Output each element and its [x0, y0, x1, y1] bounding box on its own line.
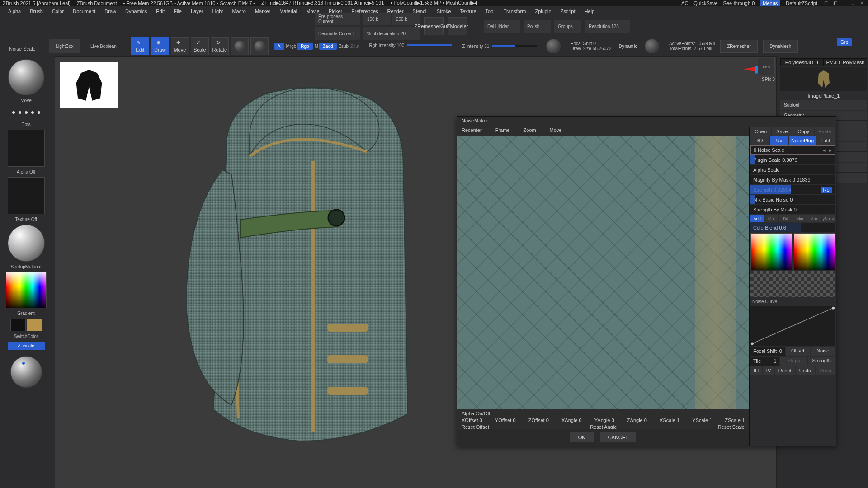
menu-layer[interactable]: Layer	[191, 9, 203, 14]
nm-magnify-slider[interactable]: Magnify By Mask 0.01839	[750, 175, 835, 184]
nm-open[interactable]: Open	[750, 127, 771, 136]
move-mode-button[interactable]: ✥Move	[171, 37, 189, 55]
nm-xscale[interactable]: XScale 1	[660, 418, 679, 423]
rotate-mode-button[interactable]: ↻Rotate	[211, 37, 229, 55]
zremesher-guide-icon[interactable]: ZRemesherGuide	[424, 17, 444, 35]
subtool-tab-1[interactable]: PolyMesh3D_1	[780, 58, 824, 66]
zcut-label[interactable]: Zcut	[350, 44, 359, 49]
nm-fv[interactable]: fV	[763, 366, 774, 375]
nm-blend-dif[interactable]: Dif	[779, 215, 793, 222]
brush-icon[interactable]	[8, 59, 44, 95]
menu-marker[interactable]: Marker	[255, 9, 270, 14]
channel-zadd[interactable]: Zadd	[319, 43, 337, 50]
nm-noise-scale-slider[interactable]: 0 Noise Scale◂─▸	[750, 145, 835, 155]
nm-blend-max[interactable]: Max	[807, 215, 821, 222]
nm-fh[interactable]: fH	[750, 366, 762, 375]
dynamic-toggle[interactable]: Dynamic	[618, 44, 637, 49]
gradient-label[interactable]: Gradient	[17, 311, 34, 316]
decimation-percent[interactable]: % of decimation 20	[363, 27, 420, 40]
nm-strengthmask-slider[interactable]: Strength By Mask 0	[750, 205, 835, 214]
primary-swatch[interactable]	[10, 319, 26, 331]
menu-edit[interactable]: Edit	[156, 9, 165, 14]
subtool-tab-2[interactable]: PM3D_PolyMesh	[824, 58, 867, 66]
tool-thumbnail[interactable]	[780, 67, 867, 91]
minimize-icon[interactable]: −	[841, 0, 847, 6]
maximize-icon[interactable]: □	[850, 0, 856, 6]
close-icon[interactable]: ✕	[859, 0, 865, 6]
polish-button[interactable]: Polish	[524, 20, 551, 33]
channel-rgb[interactable]: Rgb	[297, 43, 312, 50]
alternate-button[interactable]: Alternate	[8, 342, 45, 350]
zmodeler-icon[interactable]: ZModeler	[448, 17, 467, 35]
menu-brush[interactable]: Brush	[30, 9, 43, 14]
nm-strength-btn[interactable]: Strength	[808, 357, 835, 366]
nm-zangle[interactable]: ZAngle 0	[627, 418, 647, 423]
channel-a[interactable]: A	[274, 43, 284, 50]
nm-zoom[interactable]: Zoom	[523, 127, 536, 135]
see-through-slider[interactable]: See-through 0	[723, 0, 755, 6]
nm-paste[interactable]: Paste	[815, 127, 835, 136]
nm-save[interactable]: Save	[772, 127, 792, 136]
nm-blend-add[interactable]: Add	[750, 215, 764, 222]
nm-steps[interactable]: Steps	[780, 357, 807, 366]
menu-material[interactable]: Material	[279, 9, 297, 14]
zsub-label[interactable]: Zsub	[339, 44, 349, 49]
tool-subtool[interactable]: Subtool	[780, 100, 867, 110]
menus-button[interactable]: Menus	[760, 0, 780, 6]
nm-reset[interactable]: Reset	[775, 366, 795, 375]
nm-yscale[interactable]: YScale 1	[692, 418, 712, 423]
nm-color2[interactable]	[794, 233, 835, 270]
nm-move[interactable]: Move	[550, 127, 562, 135]
nm-zoffset[interactable]: ZOffset 0	[528, 418, 549, 423]
nm-blend-mul[interactable]: Mul	[765, 215, 778, 222]
menu-alpha[interactable]: Alpha	[8, 9, 21, 14]
nm-tile[interactable]: Tile 1	[750, 357, 779, 366]
material-thumb[interactable]	[8, 225, 45, 262]
draw-size-label[interactable]: Draw Size 55.26072	[571, 46, 611, 51]
del-hidden-button[interactable]: Del Hidden	[484, 20, 520, 33]
menu-file[interactable]: File	[174, 9, 182, 14]
nm-xoffset[interactable]: XOffset 0	[462, 418, 482, 423]
color-picker[interactable]	[6, 272, 47, 308]
z-intensity-label[interactable]: Z Intensity 51	[462, 44, 489, 49]
nm-rel-toggle[interactable]: Rel	[821, 187, 832, 193]
nm-3d[interactable]: 3D	[750, 136, 769, 145]
nm-yangle[interactable]: YAngle 0	[594, 418, 614, 423]
m-label[interactable]: M	[315, 44, 318, 49]
nm-mixbasic-slider[interactable]: Mix Basic Noise 0	[750, 195, 835, 204]
preprocess-button[interactable]: Pre-process Current	[315, 13, 360, 25]
nm-noise-btn[interactable]: Noise	[811, 347, 835, 356]
nm-blend-min[interactable]: Min	[793, 215, 807, 222]
menu-light[interactable]: Light	[212, 9, 223, 14]
nm-noise-curve[interactable]	[750, 306, 835, 346]
gyro-preview[interactable]	[10, 356, 42, 388]
focal-shift-icon[interactable]	[546, 39, 561, 53]
alpha-onoff-toggle[interactable]: Alpha On/Off	[462, 411, 745, 416]
menu-dynamics[interactable]: Dynamics	[125, 9, 147, 14]
groups-button[interactable]: Groups	[554, 20, 581, 33]
live-boolean-toggle[interactable]: Live Boolean	[90, 44, 117, 49]
default-zscript-button[interactable]: DefaultZScript	[786, 0, 817, 6]
menu-texture[interactable]: Texture	[460, 9, 476, 14]
nm-alpha-thumb[interactable]	[750, 271, 835, 297]
menu-color[interactable]: Color	[52, 9, 64, 14]
lightbox-button[interactable]: LightBox	[49, 39, 80, 53]
decimation-150k[interactable]: 150 k	[363, 13, 391, 25]
nm-zscale[interactable]: ZScale 1	[725, 418, 745, 423]
nm-ok-button[interactable]: OK	[570, 432, 594, 442]
nm-frame[interactable]: Frame	[495, 127, 510, 135]
alpha-thumb[interactable]	[8, 130, 45, 167]
switchcolor-label[interactable]: SwitchColor	[14, 334, 38, 339]
menu-macro[interactable]: Macro	[232, 9, 246, 14]
nm-undo[interactable]: Undo	[796, 366, 815, 375]
menu-draw[interactable]: Draw	[104, 9, 116, 14]
bpr-button[interactable]: BPR	[758, 58, 775, 75]
nm-redo[interactable]: Redo	[816, 366, 835, 375]
menu-zplugin[interactable]: Zplugin	[535, 9, 551, 14]
menu-zscript[interactable]: Zscript	[561, 9, 576, 14]
layout-icon[interactable]: ▢	[823, 0, 829, 6]
nm-offset-btn[interactable]: Offset	[786, 347, 810, 356]
nm-cancel-button[interactable]: CANCEL	[600, 432, 637, 442]
menu-document[interactable]: Document	[73, 9, 95, 14]
edit-mode-button[interactable]: ✎Edit	[131, 37, 149, 55]
